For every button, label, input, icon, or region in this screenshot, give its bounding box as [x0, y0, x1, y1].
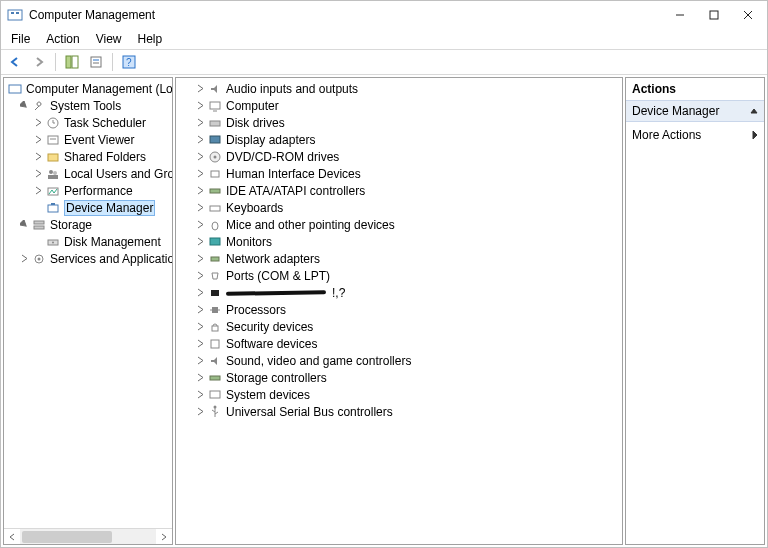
- minimize-button[interactable]: [663, 3, 697, 27]
- tree-root[interactable]: Computer Management (Local: [4, 80, 172, 97]
- maximize-button[interactable]: [697, 3, 731, 27]
- device-tree[interactable]: Audio inputs and outputs Computer Disk d…: [176, 78, 622, 544]
- svg-rect-25: [48, 205, 58, 212]
- expand-icon[interactable]: [194, 321, 206, 333]
- expand-icon[interactable]: [194, 304, 206, 316]
- device-category-security[interactable]: Security devices: [176, 318, 622, 335]
- svg-rect-4: [710, 11, 718, 19]
- expand-icon[interactable]: [194, 355, 206, 367]
- left-horizontal-scrollbar[interactable]: [4, 528, 172, 544]
- tree-shared-folders[interactable]: Shared Folders: [4, 148, 172, 165]
- svg-rect-36: [210, 136, 220, 143]
- tree-task-scheduler[interactable]: Task Scheduler: [4, 114, 172, 131]
- expand-icon[interactable]: [194, 117, 206, 129]
- close-button[interactable]: [731, 3, 765, 27]
- device-category-software[interactable]: Software devices: [176, 335, 622, 352]
- device-label: Software devices: [226, 337, 317, 351]
- menu-file[interactable]: File: [5, 30, 36, 48]
- collapse-icon[interactable]: [18, 219, 30, 231]
- expand-icon[interactable]: [32, 134, 44, 146]
- device-category-redacted[interactable]: !,?: [176, 284, 622, 301]
- tree-label-selected: Device Manager: [64, 200, 155, 216]
- expand-icon[interactable]: [194, 372, 206, 384]
- scrollbar-thumb[interactable]: [22, 531, 112, 543]
- device-category-audio[interactable]: Audio inputs and outputs: [176, 80, 622, 97]
- tree-performance[interactable]: Performance: [4, 182, 172, 199]
- scrollbar-track[interactable]: [20, 529, 156, 545]
- expand-icon[interactable]: [194, 151, 206, 163]
- tree-storage[interactable]: Storage: [4, 216, 172, 233]
- device-label: Human Interface Devices: [226, 167, 361, 181]
- expand-icon[interactable]: [194, 219, 206, 231]
- collapse-icon[interactable]: [18, 100, 30, 112]
- device-category-hid[interactable]: Human Interface Devices: [176, 165, 622, 182]
- properties-button[interactable]: [86, 52, 106, 72]
- menu-view[interactable]: View: [90, 30, 128, 48]
- expand-icon[interactable]: [194, 185, 206, 197]
- more-actions[interactable]: More Actions: [626, 122, 764, 148]
- expand-icon[interactable]: [194, 100, 206, 112]
- show-hide-tree-button[interactable]: [62, 52, 82, 72]
- expand-icon[interactable]: [194, 270, 206, 282]
- expand-icon[interactable]: [194, 83, 206, 95]
- device-category-mice[interactable]: Mice and other pointing devices: [176, 216, 622, 233]
- menu-help[interactable]: Help: [132, 30, 169, 48]
- expand-icon[interactable]: [194, 168, 206, 180]
- expand-icon[interactable]: [194, 202, 206, 214]
- expand-icon[interactable]: [194, 134, 206, 146]
- device-category-sound[interactable]: Sound, video and game controllers: [176, 352, 622, 369]
- device-category-disk[interactable]: Disk drives: [176, 114, 622, 131]
- expand-icon[interactable]: [194, 287, 206, 299]
- tree-services-apps[interactable]: Services and Applications: [4, 250, 172, 267]
- tree-label: Disk Management: [64, 235, 161, 249]
- expand-icon[interactable]: [32, 151, 44, 163]
- tree-device-manager[interactable]: Device Manager: [4, 199, 172, 216]
- back-button[interactable]: [5, 52, 25, 72]
- device-category-computer[interactable]: Computer: [176, 97, 622, 114]
- tree-event-viewer[interactable]: Event Viewer: [4, 131, 172, 148]
- device-category-system[interactable]: System devices: [176, 386, 622, 403]
- svg-point-21: [49, 170, 53, 174]
- device-category-network[interactable]: Network adapters: [176, 250, 622, 267]
- expand-icon[interactable]: [32, 185, 44, 197]
- expand-icon[interactable]: [18, 253, 30, 265]
- menu-action[interactable]: Action: [40, 30, 85, 48]
- expand-icon[interactable]: [194, 236, 206, 248]
- device-category-processors[interactable]: Processors: [176, 301, 622, 318]
- storage-icon: [31, 217, 47, 233]
- tree-disk-management[interactable]: Disk Management: [4, 233, 172, 250]
- console-tree[interactable]: Computer Management (Local System Tools …: [4, 78, 172, 528]
- device-category-keyboards[interactable]: Keyboards: [176, 199, 622, 216]
- event-viewer-icon: [45, 132, 61, 148]
- device-label: Keyboards: [226, 201, 283, 215]
- svg-point-43: [212, 222, 218, 230]
- scroll-left-icon[interactable]: [4, 529, 20, 545]
- network-icon: [207, 251, 223, 267]
- expand-icon[interactable]: [194, 389, 206, 401]
- device-label: System devices: [226, 388, 310, 402]
- svg-rect-20: [48, 154, 58, 161]
- expand-icon[interactable]: [32, 168, 44, 180]
- scroll-right-icon[interactable]: [156, 529, 172, 545]
- help-button[interactable]: ?: [119, 52, 139, 72]
- expand-icon[interactable]: [194, 406, 206, 418]
- toolbar: ?: [1, 49, 767, 75]
- device-category-ports[interactable]: Ports (COM & LPT): [176, 267, 622, 284]
- audio-icon: [207, 81, 223, 97]
- expand-icon[interactable]: [194, 253, 206, 265]
- tree-local-users[interactable]: Local Users and Groups: [4, 165, 172, 182]
- device-category-display[interactable]: Display adapters: [176, 131, 622, 148]
- expand-icon[interactable]: [194, 338, 206, 350]
- forward-button[interactable]: [29, 52, 49, 72]
- svg-point-30: [52, 241, 54, 243]
- device-category-usb[interactable]: Universal Serial Bus controllers: [176, 403, 622, 420]
- device-category-storage-ctrl[interactable]: Storage controllers: [176, 369, 622, 386]
- expand-icon[interactable]: [32, 117, 44, 129]
- device-category-dvd[interactable]: DVD/CD-ROM drives: [176, 148, 622, 165]
- actions-subheader-label: Device Manager: [632, 104, 719, 118]
- tree-system-tools[interactable]: System Tools: [4, 97, 172, 114]
- actions-subheader[interactable]: Device Manager: [626, 100, 764, 122]
- titlebar[interactable]: Computer Management: [1, 1, 767, 29]
- device-category-monitors[interactable]: Monitors: [176, 233, 622, 250]
- device-category-ide[interactable]: IDE ATA/ATAPI controllers: [176, 182, 622, 199]
